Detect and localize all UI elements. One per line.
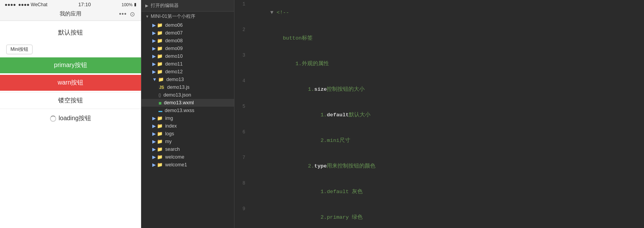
open-editors-arrow: ▶ — [145, 3, 148, 8]
tree-item-demo11[interactable]: ▶ 📁 demo11 — [141, 60, 234, 68]
tree-item-my[interactable]: ▶ 📁 my — [141, 138, 234, 145]
folder-icon: ▶ 📁 — [152, 69, 163, 74]
warn-button-demo: warn按钮 — [0, 75, 141, 91]
code-editor: 1 ▼ <!-- 2 button标签 3 1.外观的属性 4 1.size控制… — [234, 0, 644, 228]
status-time: 17:10 — [78, 2, 91, 7]
plain-button-demo: 镂空按钮 — [0, 92, 141, 109]
root-arrow: ▼ — [145, 14, 149, 19]
folder-icon: ▶ 📁 — [152, 131, 163, 136]
code-line-8: 8 1.default 灰色 — [234, 179, 644, 205]
tree-item-demo09[interactable]: ▶ 📁 demo09 — [141, 45, 234, 52]
folder-icon: ▶ 📁 — [152, 54, 163, 59]
tree-item-search[interactable]: ▶ 📁 search — [141, 145, 234, 153]
folder-icon: ▶ 📁 — [152, 46, 163, 51]
folder-icon: ▶ 📁 — [152, 123, 163, 129]
code-line-4: 4 1.size控制按钮的大小 — [234, 77, 644, 102]
tree-item-demo10[interactable]: ▶ 📁 demo10 — [141, 52, 234, 60]
tree-item-welcome[interactable]: ▶ 📁 welcome — [141, 153, 234, 161]
tree-item-demo13wxml[interactable]: ◼ demo13.wxml — [141, 99, 234, 107]
tree-item-demo12[interactable]: ▶ 📁 demo12 — [141, 68, 234, 76]
tree-item-welcome1[interactable]: ▶ 📁 welcome1 — [141, 161, 234, 169]
folder-icon: ▶ 📁 — [152, 22, 163, 28]
tree-item-demo13json[interactable]: {} demo13.json — [141, 91, 234, 99]
code-line-5: 5 1.default默认大小 — [234, 102, 644, 128]
battery-icon: ▮ — [134, 2, 136, 7]
status-bar: ●●●● ●●●● WeChat 17:10 100% ▮ — [0, 0, 141, 9]
wxml-file-icon: ◼ — [158, 101, 162, 105]
tree-item-demo13[interactable]: ▼ 📁 demo13 — [141, 76, 234, 83]
folder-icon: ▼ 📁 — [152, 77, 164, 82]
wechat-label: ●●●● WeChat — [18, 2, 47, 7]
tree-item-img[interactable]: ▶ 📁 img — [141, 114, 234, 122]
status-battery: 100% ▮ — [122, 2, 136, 7]
camera-icon: ⊙ — [130, 10, 135, 18]
primary-button-demo: primary按钮 — [0, 57, 141, 73]
code-line-1: 1 ▼ <!-- — [234, 0, 644, 26]
tree-item-demo08[interactable]: ▶ 📁 demo08 — [141, 37, 234, 45]
signal-dots: ●●●● — [5, 2, 16, 7]
tree-item-demo07[interactable]: ▶ 📁 demo07 — [141, 29, 234, 37]
more-icon: ••• — [119, 10, 127, 17]
folder-icon: ▶ 📁 — [152, 139, 163, 144]
loading-button-demo: loading按钮 — [0, 111, 141, 126]
folder-icon: ▶ 📁 — [152, 30, 163, 36]
open-editors-header[interactable]: ▶ 打开的编辑器 — [141, 0, 234, 12]
json-file-icon: {} — [158, 93, 161, 97]
code-line-2: 2 button标签 — [234, 26, 644, 51]
loading-spinner-icon — [50, 116, 56, 122]
tree-item-demo13js[interactable]: JS demo13.js — [141, 83, 234, 91]
status-signal: ●●●● ●●●● WeChat — [5, 2, 47, 7]
code-line-7: 7 2.type用来控制按钮的颜色 — [234, 154, 644, 179]
code-line-3: 3 1.外观的属性 — [234, 51, 644, 77]
mini-button-row: Mini按钮 — [6, 45, 135, 54]
folder-icon: ▶ 📁 — [152, 38, 163, 43]
default-button-demo: 默认按钮 — [6, 26, 135, 40]
tree-item-demo06[interactable]: ▶ 📁 demo06 — [141, 21, 234, 29]
code-line-9: 9 2.primary 绿色 — [234, 205, 644, 228]
folder-icon: ▶ 📁 — [152, 116, 163, 121]
phone-simulator: ●●●● ●●●● WeChat 17:10 100% ▮ 我的应用 ••• ⊙… — [0, 0, 141, 228]
root-folder-header[interactable]: ▼ MINI-01第一个小程序 — [141, 12, 234, 21]
phone-content: 默认按钮 Mini按钮 primary按钮 warn按钮 镂空按钮 loadin… — [0, 21, 141, 228]
folder-icon: ▶ 📁 — [152, 162, 163, 168]
tree-item-index[interactable]: ▶ 📁 index — [141, 122, 234, 130]
folder-icon: ▶ 📁 — [152, 154, 163, 160]
folder-icon: ▶ 📁 — [152, 147, 163, 152]
tree-item-logs[interactable]: ▶ 📁 logs — [141, 130, 234, 138]
code-line-6: 6 2.mini尺寸 — [234, 128, 644, 154]
phone-title: 我的应用 ••• ⊙ — [0, 9, 141, 21]
folder-icon: ▶ 📁 — [152, 61, 163, 67]
wxss-file-icon: ▬ — [158, 109, 162, 113]
tree-item-demo13wxss[interactable]: ▬ demo13.wxss — [141, 107, 234, 114]
file-tree-panel: ▶ 打开的编辑器 ▼ MINI-01第一个小程序 ▶ 📁 demo06 ▶ 📁 … — [141, 0, 234, 228]
title-icons: ••• ⊙ — [119, 10, 135, 18]
js-file-icon: JS — [158, 85, 165, 90]
mini-button-demo: Mini按钮 — [6, 45, 33, 54]
